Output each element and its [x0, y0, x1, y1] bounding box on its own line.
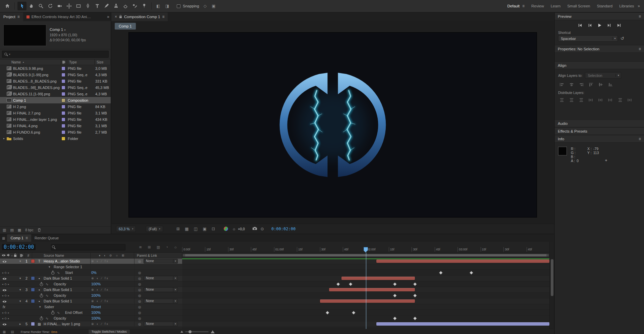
label-color-chip[interactable]	[62, 118, 65, 121]
keyframe-navigator[interactable]: ◂◇▸	[2, 270, 9, 276]
timeline-row-heasy-a-ation-studio[interactable]: ▾1THeasy A...ation Studio⊕ ◐ ∕ fx◎None▾	[0, 258, 182, 264]
property-name[interactable]: Opacity	[54, 281, 66, 287]
pick-whip-icon[interactable]: ◎	[138, 321, 141, 327]
fx-badge[interactable]: fx	[3, 304, 5, 310]
label-color-chip[interactable]	[62, 137, 65, 140]
keyframe-navigator[interactable]: ◂◇▸	[2, 310, 9, 316]
expander-icon[interactable]: ▾	[19, 298, 21, 304]
keyframe-diamond[interactable]	[326, 311, 329, 314]
new-composition-icon[interactable]: ▦	[18, 228, 21, 232]
tool-option-icons[interactable]: ◧ ◨	[156, 4, 171, 8]
selected-item-name[interactable]: Comp 1 ▾	[50, 28, 86, 32]
property-value[interactable]: 100%	[91, 310, 101, 316]
timeline-graph[interactable]: 0:00f15f30f45f01:00f15f30f45f02:00f15f30…	[182, 242, 549, 329]
graph-icon[interactable]: ∿	[46, 293, 48, 298]
workspace-overflow-icon[interactable]: »	[636, 4, 641, 8]
pick-whip-icon[interactable]: ◎	[138, 270, 141, 276]
reset-preview-icon[interactable]: ↺	[621, 36, 624, 41]
project-file-row[interactable]: BLADES...98]_BLADES.pngPNG Seq..e45,3 MB	[0, 84, 111, 91]
project-file-row[interactable]: H FINAL...nder layer 1.pngPNG file434 KB	[0, 116, 111, 123]
property-value[interactable]: Reset	[91, 304, 101, 310]
current-time-indicator-line[interactable]	[366, 252, 366, 329]
keyframe-diamond[interactable]	[352, 311, 355, 314]
panel-menu-icon[interactable]: ≡	[162, 14, 164, 19]
expander-icon[interactable]: ▾	[19, 258, 21, 264]
project-search-input[interactable]: ▾	[2, 51, 109, 58]
layer-duration-bar[interactable]	[341, 277, 415, 280]
property-value[interactable]: 0%	[91, 270, 97, 276]
layer-name[interactable]: Dark Blue Solid 1	[44, 287, 72, 293]
keyframe-diamond[interactable]	[470, 271, 473, 274]
distribute-top-button[interactable]	[557, 97, 566, 103]
label-color-chip[interactable]	[62, 80, 65, 83]
play-button[interactable]	[595, 22, 604, 28]
stopwatch-icon[interactable]	[40, 282, 43, 287]
tab-timeline-comp[interactable]: Comp 1 ≡	[7, 234, 31, 242]
timeline-row-opacity[interactable]: ◂◇▸∿Opacity100%◎	[0, 293, 182, 298]
distribute-vertical-center-button[interactable]	[567, 97, 576, 103]
preview-panel-header[interactable]: Preview≡	[555, 12, 644, 20]
workspace-tab-default[interactable]: Default	[507, 4, 520, 8]
current-time-display[interactable]: 0:00:02:00	[2, 244, 36, 250]
timeline-row-dark-blue-solid-1[interactable]: ▾2▪Dark Blue Solid 1⊕ ◐ ∕ fx◎None▾	[0, 276, 182, 281]
graph-icon[interactable]: ∿	[46, 316, 48, 321]
show-channels-icon[interactable]	[224, 227, 228, 231]
eye-icon[interactable]	[2, 277, 7, 281]
align-right-button[interactable]	[577, 81, 585, 88]
keyframe-diamond[interactable]	[393, 317, 396, 320]
hand-tool-button[interactable]	[27, 2, 36, 10]
layer-duration-bar[interactable]	[320, 299, 415, 303]
puppet-pin-tool-button[interactable]	[140, 2, 149, 10]
next-frame-button[interactable]	[605, 22, 613, 28]
keyframe-diamond[interactable]	[337, 283, 340, 286]
distribute-bottom-button[interactable]	[577, 97, 585, 103]
keyframe-diamond[interactable]	[413, 294, 416, 297]
resolution-dropdown[interactable]: (Full)▾	[146, 226, 163, 232]
pick-whip-icon[interactable]: ◎	[138, 298, 141, 304]
audio-panel-header[interactable]: Audio	[555, 120, 644, 127]
timeline-scrollbar[interactable]	[549, 242, 554, 329]
timeline-zoom-slider[interactable]	[185, 331, 209, 332]
zoom-in-mountain-icon[interactable]	[211, 330, 215, 333]
view-option-icons[interactable]: ⊞ ▦ ◫ ▣ ⊡	[176, 227, 217, 231]
zoom-out-mountain-icon[interactable]	[180, 331, 183, 333]
timeline-option-icons[interactable]: ≋ ⊞ ▥ ◔ ☼	[139, 245, 179, 249]
workspace-menu-icon[interactable]: ≡	[522, 4, 525, 8]
panel-menu-icon[interactable]: ≡	[639, 47, 641, 51]
search-options-icon[interactable]: ▾	[9, 53, 10, 56]
home-button[interactable]	[3, 2, 12, 10]
properties-panel-header[interactable]: Properties: No Selection≡	[555, 45, 644, 53]
effect-name[interactable]: Saber	[44, 304, 54, 310]
keyframe-diamond[interactable]	[413, 283, 416, 286]
eye-icon[interactable]	[2, 260, 7, 264]
shortcut-dropdown[interactable]: Spacebar▾	[558, 35, 618, 42]
pick-whip-icon[interactable]: ◎	[138, 304, 141, 310]
workspace-tab-libraries[interactable]: Libraries	[619, 4, 634, 8]
eye-icon[interactable]	[2, 323, 7, 327]
rectangle-tool-button[interactable]	[74, 2, 83, 10]
selection-tool-button[interactable]	[17, 2, 26, 10]
column-header-name[interactable]: Name▴	[0, 59, 61, 65]
clone-stamp-tool-button[interactable]	[111, 2, 120, 10]
last-frame-button[interactable]	[614, 22, 623, 28]
timeline-row-dark-blue-solid-1[interactable]: ▾3▪Dark Blue Solid 1⊕ ◐ ∕ fx◎None▾	[0, 287, 182, 293]
label-color-chip[interactable]	[62, 124, 65, 128]
panel-overflow-icon[interactable]: »	[106, 14, 111, 19]
property-name[interactable]: Start	[65, 270, 73, 276]
snapshot-camera-icon[interactable]	[252, 227, 257, 231]
graph-icon[interactable]: ∿	[57, 310, 60, 316]
align-to-dropdown[interactable]: Selection▾	[585, 72, 621, 79]
distribute-right-button[interactable]	[606, 97, 614, 103]
property-name[interactable]: Opacity	[54, 293, 66, 298]
align-vertical-center-button[interactable]	[596, 81, 605, 88]
label-color-chip[interactable]	[62, 131, 65, 134]
property-name[interactable]: End Offset	[65, 310, 83, 316]
layer-switches[interactable]: ⊕ ◐ ∕ fx	[91, 321, 133, 327]
keyframe-navigator[interactable]: ◂◇▸	[2, 316, 9, 321]
trash-icon[interactable]	[38, 228, 41, 233]
project-file-row[interactable]: ▸SolidsFolder	[0, 135, 111, 142]
expander-icon[interactable]: ▸	[19, 321, 21, 327]
pick-whip-icon[interactable]: ◎	[138, 281, 141, 287]
keyframe-diamond[interactable]	[349, 283, 352, 286]
keyframe-navigator[interactable]: ◂◇▸	[2, 293, 9, 298]
